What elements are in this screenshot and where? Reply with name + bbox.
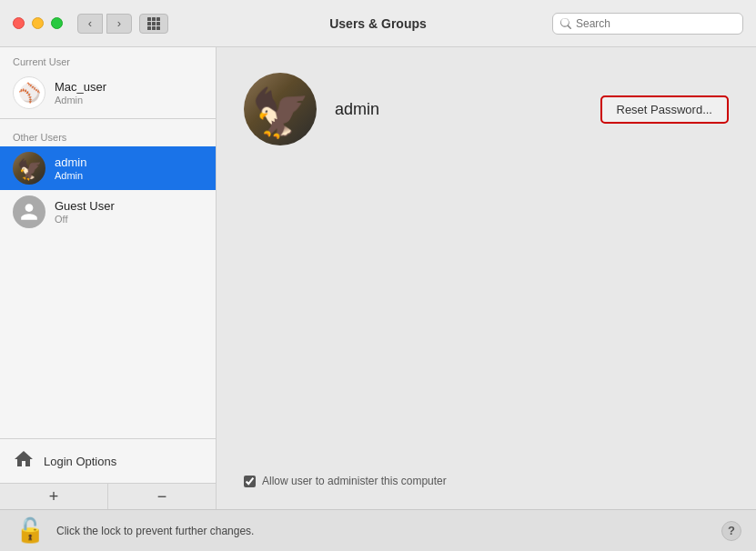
sidebar: Current User ⚾ Mac_user Admin Other User… [0,47,217,509]
sidebar-item-guest[interactable]: Guest User Off [0,190,216,234]
user-header: 🦅 admin Reset Password... [244,73,729,145]
lock-text: Click the lock to prevent further change… [56,525,711,537]
search-box[interactable] [552,13,743,35]
login-options-item[interactable]: Login Options [0,439,216,483]
sidebar-divider-1 [0,118,216,119]
search-input[interactable] [576,17,735,30]
titlebar: ‹ › Users & Groups [0,0,756,47]
forward-button[interactable]: › [106,14,132,34]
lock-button[interactable]: 🔓 [15,516,45,546]
admin-name: admin [55,155,86,169]
sidebar-item-mac-user[interactable]: ⚾ Mac_user Admin [0,71,216,115]
guest-name: Guest User [55,199,115,213]
administer-label: Allow user to administer this computer [262,475,447,487]
window-controls [13,17,63,29]
mac-user-role: Admin [55,95,106,105]
admin-info: admin Admin [55,155,86,181]
main-panel: 🦅 admin Reset Password... Allow user to … [217,47,756,509]
bottom-bar: 🔓 Click the lock to prevent further chan… [0,509,756,551]
maximize-button[interactable] [51,17,63,29]
admin-avatar-main: 🦅 [244,73,317,145]
sidebar-footer: Login Options + − [0,438,216,509]
content-area: Current User ⚾ Mac_user Admin Other User… [0,47,756,509]
admin-avatar-small: 🦅 [13,152,45,185]
minimize-button[interactable] [32,17,44,29]
mac-user-avatar: ⚾ [13,76,45,109]
search-icon [560,18,571,29]
sidebar-scroll: Current User ⚾ Mac_user Admin Other User… [0,47,216,438]
admin-role: Admin [55,170,86,181]
nav-buttons: ‹ › [77,14,132,34]
administer-checkbox[interactable] [244,476,256,487]
current-user-label: Current User [0,47,216,71]
guest-role: Off [55,214,115,225]
add-user-button[interactable]: + [0,484,108,509]
help-button[interactable]: ? [721,521,741,541]
window-title: Users & Groups [329,16,427,31]
apps-grid-button[interactable] [139,14,168,34]
house-icon [13,448,35,474]
login-options-label: Login Options [44,455,116,468]
administer-checkbox-row: Allow user to administer this computer [244,475,729,487]
sidebar-item-admin[interactable]: 🦅 admin Admin [0,146,216,190]
mac-user-info: Mac_user Admin [55,80,106,105]
close-button[interactable] [13,17,25,29]
person-icon [19,202,39,222]
main-spacer [244,164,729,475]
guest-info: Guest User Off [55,199,115,225]
sidebar-actions: + − [0,483,216,509]
main-username: admin [335,100,379,119]
remove-user-button[interactable]: − [108,484,216,509]
reset-password-button[interactable]: Reset Password... [600,95,730,124]
grid-icon [147,17,160,30]
lock-icon: 🔓 [15,516,45,545]
guest-avatar [13,195,45,228]
other-users-label: Other Users [0,123,216,146]
mac-user-name: Mac_user [55,80,106,94]
back-button[interactable]: ‹ [77,14,103,34]
